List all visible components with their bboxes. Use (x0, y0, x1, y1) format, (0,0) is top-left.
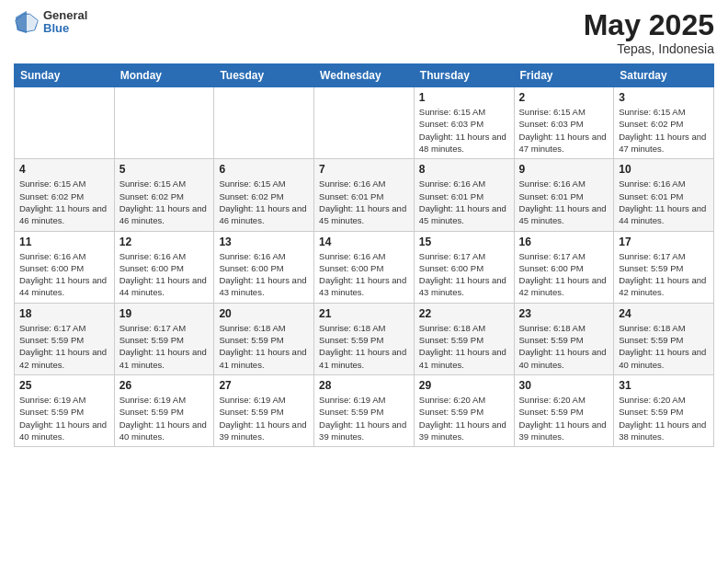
day-number: 24 (619, 307, 709, 320)
logo-blue-text: Blue (43, 22, 87, 35)
day-number: 15 (419, 236, 509, 248)
logo-general-text: General (43, 9, 87, 22)
logo-icon (14, 9, 40, 35)
day-info: Sunrise: 6:16 AM Sunset: 6:00 PM Dayligh… (319, 250, 409, 299)
calendar-cell: 19Sunrise: 6:17 AM Sunset: 5:59 PM Dayli… (114, 303, 214, 374)
day-info: Sunrise: 6:19 AM Sunset: 5:59 PM Dayligh… (119, 394, 210, 442)
calendar-cell: 4Sunrise: 6:15 AM Sunset: 6:02 PM Daylig… (15, 159, 115, 231)
calendar-cell: 27Sunrise: 6:19 AM Sunset: 5:59 PM Dayli… (214, 374, 314, 446)
weekday-header-sunday: Sunday (15, 64, 115, 87)
header: General Blue May 2025 Tepas, Indonesia (14, 9, 714, 56)
day-info: Sunrise: 6:18 AM Sunset: 5:59 PM Dayligh… (619, 322, 709, 371)
calendar-cell: 30Sunrise: 6:20 AM Sunset: 5:59 PM Dayli… (514, 374, 614, 446)
calendar-cell: 12Sunrise: 6:16 AM Sunset: 6:00 PM Dayli… (114, 231, 214, 303)
calendar-title: May 2025 (584, 9, 714, 41)
day-info: Sunrise: 6:15 AM Sunset: 6:03 PM Dayligh… (519, 106, 609, 155)
calendar-cell: 22Sunrise: 6:18 AM Sunset: 5:59 PM Dayli… (414, 303, 514, 374)
calendar-cell: 24Sunrise: 6:18 AM Sunset: 5:59 PM Dayli… (614, 303, 714, 374)
calendar-cell: 16Sunrise: 6:17 AM Sunset: 6:00 PM Dayli… (514, 231, 614, 303)
calendar-cell: 18Sunrise: 6:17 AM Sunset: 5:59 PM Dayli… (15, 303, 115, 374)
day-number: 12 (119, 236, 210, 248)
day-info: Sunrise: 6:16 AM Sunset: 6:00 PM Dayligh… (19, 250, 109, 299)
day-number: 9 (519, 163, 609, 176)
day-info: Sunrise: 6:20 AM Sunset: 5:59 PM Dayligh… (519, 394, 609, 442)
day-number: 22 (419, 307, 509, 320)
day-info: Sunrise: 6:17 AM Sunset: 6:00 PM Dayligh… (519, 250, 609, 299)
calendar-cell: 9Sunrise: 6:16 AM Sunset: 6:01 PM Daylig… (514, 159, 614, 231)
day-number: 27 (219, 379, 309, 392)
day-info: Sunrise: 6:16 AM Sunset: 6:00 PM Dayligh… (219, 250, 309, 299)
day-info: Sunrise: 6:15 AM Sunset: 6:02 PM Dayligh… (619, 106, 709, 155)
day-info: Sunrise: 6:20 AM Sunset: 5:59 PM Dayligh… (619, 394, 709, 442)
day-info: Sunrise: 6:20 AM Sunset: 5:59 PM Dayligh… (419, 394, 509, 442)
calendar-cell: 13Sunrise: 6:16 AM Sunset: 6:00 PM Dayli… (214, 231, 314, 303)
day-info: Sunrise: 6:18 AM Sunset: 5:59 PM Dayligh… (319, 322, 409, 371)
day-number: 14 (319, 236, 409, 248)
day-info: Sunrise: 6:16 AM Sunset: 6:01 PM Dayligh… (619, 178, 709, 226)
weekday-header-thursday: Thursday (414, 64, 514, 87)
day-number: 28 (319, 379, 409, 392)
day-info: Sunrise: 6:16 AM Sunset: 6:01 PM Dayligh… (519, 178, 609, 226)
calendar-week-row: 4Sunrise: 6:15 AM Sunset: 6:02 PM Daylig… (15, 159, 714, 231)
calendar-cell: 15Sunrise: 6:17 AM Sunset: 6:00 PM Dayli… (414, 231, 514, 303)
day-number: 6 (219, 163, 309, 176)
logo: General Blue (14, 9, 87, 36)
day-number: 8 (419, 163, 509, 176)
day-number: 10 (619, 163, 709, 176)
day-number: 17 (619, 236, 709, 248)
day-info: Sunrise: 6:15 AM Sunset: 6:03 PM Dayligh… (419, 106, 509, 155)
day-number: 19 (119, 307, 210, 320)
weekday-header-tuesday: Tuesday (214, 64, 314, 87)
day-info: Sunrise: 6:17 AM Sunset: 5:59 PM Dayligh… (19, 322, 109, 371)
calendar-cell: 6Sunrise: 6:15 AM Sunset: 6:02 PM Daylig… (214, 159, 314, 231)
weekday-header-friday: Friday (514, 64, 614, 87)
day-number: 25 (19, 379, 109, 392)
day-number: 1 (419, 91, 509, 104)
day-info: Sunrise: 6:18 AM Sunset: 5:59 PM Dayligh… (519, 322, 609, 371)
weekday-header-wednesday: Wednesday (314, 64, 415, 87)
calendar-cell: 31Sunrise: 6:20 AM Sunset: 5:59 PM Dayli… (614, 374, 714, 446)
calendar-cell: 17Sunrise: 6:17 AM Sunset: 5:59 PM Dayli… (614, 231, 714, 303)
day-info: Sunrise: 6:19 AM Sunset: 5:59 PM Dayligh… (19, 394, 109, 442)
day-info: Sunrise: 6:17 AM Sunset: 5:59 PM Dayligh… (619, 250, 709, 299)
day-info: Sunrise: 6:19 AM Sunset: 5:59 PM Dayligh… (219, 394, 309, 442)
day-number: 7 (319, 163, 409, 176)
day-info: Sunrise: 6:16 AM Sunset: 6:00 PM Dayligh… (119, 250, 210, 299)
day-info: Sunrise: 6:15 AM Sunset: 6:02 PM Dayligh… (219, 178, 309, 226)
calendar-cell: 10Sunrise: 6:16 AM Sunset: 6:01 PM Dayli… (614, 159, 714, 231)
page: General Blue May 2025 Tepas, Indonesia S… (0, 0, 728, 563)
calendar-cell (15, 87, 115, 159)
calendar-table: SundayMondayTuesdayWednesdayThursdayFrid… (14, 63, 714, 447)
calendar-week-row: 18Sunrise: 6:17 AM Sunset: 5:59 PM Dayli… (15, 303, 714, 374)
day-number: 18 (19, 307, 109, 320)
calendar-cell: 14Sunrise: 6:16 AM Sunset: 6:00 PM Dayli… (314, 231, 415, 303)
day-info: Sunrise: 6:17 AM Sunset: 5:59 PM Dayligh… (119, 322, 210, 371)
day-info: Sunrise: 6:17 AM Sunset: 6:00 PM Dayligh… (419, 250, 509, 299)
day-number: 29 (419, 379, 509, 392)
calendar-cell: 23Sunrise: 6:18 AM Sunset: 5:59 PM Dayli… (514, 303, 614, 374)
calendar-cell: 5Sunrise: 6:15 AM Sunset: 6:02 PM Daylig… (114, 159, 214, 231)
calendar-cell: 29Sunrise: 6:20 AM Sunset: 5:59 PM Dayli… (414, 374, 514, 446)
day-info: Sunrise: 6:18 AM Sunset: 5:59 PM Dayligh… (219, 322, 309, 371)
day-number: 30 (519, 379, 609, 392)
logo-text: General Blue (43, 9, 87, 36)
calendar-cell: 1Sunrise: 6:15 AM Sunset: 6:03 PM Daylig… (414, 87, 514, 159)
day-number: 23 (519, 307, 609, 320)
calendar-cell: 28Sunrise: 6:19 AM Sunset: 5:59 PM Dayli… (314, 374, 415, 446)
calendar-cell: 20Sunrise: 6:18 AM Sunset: 5:59 PM Dayli… (214, 303, 314, 374)
day-number: 5 (119, 163, 210, 176)
calendar-cell (114, 87, 214, 159)
calendar-cell: 21Sunrise: 6:18 AM Sunset: 5:59 PM Dayli… (314, 303, 415, 374)
day-number: 11 (19, 236, 109, 248)
weekday-header-monday: Monday (114, 64, 214, 87)
day-number: 16 (519, 236, 609, 248)
calendar-cell (314, 87, 415, 159)
weekday-header-row: SundayMondayTuesdayWednesdayThursdayFrid… (15, 64, 714, 87)
calendar-cell: 7Sunrise: 6:16 AM Sunset: 6:01 PM Daylig… (314, 159, 415, 231)
day-number: 13 (219, 236, 309, 248)
day-info: Sunrise: 6:18 AM Sunset: 5:59 PM Dayligh… (419, 322, 509, 371)
day-number: 2 (519, 91, 609, 104)
calendar-week-row: 11Sunrise: 6:16 AM Sunset: 6:00 PM Dayli… (15, 231, 714, 303)
title-block: May 2025 Tepas, Indonesia (584, 9, 714, 56)
calendar-location: Tepas, Indonesia (584, 41, 714, 56)
